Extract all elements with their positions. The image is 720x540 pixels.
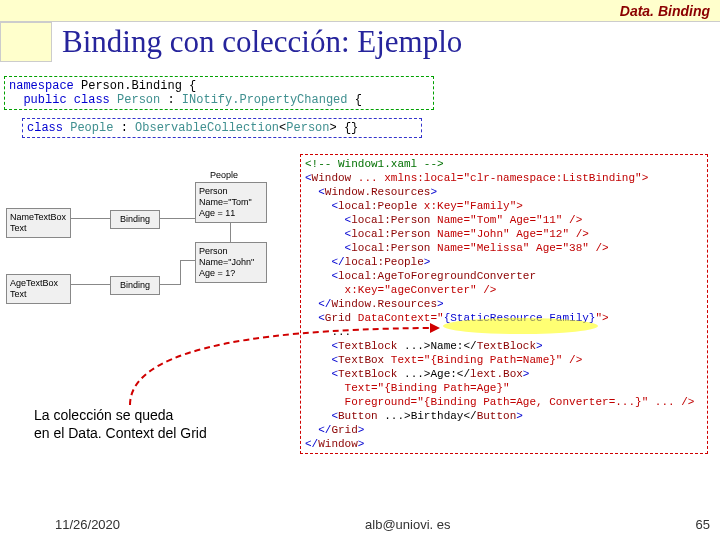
diagram-person2: Person Name="John" Age = 1? bbox=[195, 242, 267, 283]
breadcrumb: Data. Binding bbox=[620, 3, 710, 19]
footer: 11/26/2020 alb@uniovi. es 65 bbox=[0, 517, 720, 532]
diagram-line bbox=[230, 222, 231, 242]
code-people-class-box: class People : ObservableCollection<Pers… bbox=[22, 118, 422, 138]
footer-date: 11/26/2020 bbox=[55, 517, 120, 532]
content-area: namespace Person.Binding { public class … bbox=[0, 70, 720, 510]
caption-text: La colección se queda en el Data. Contex… bbox=[34, 406, 207, 442]
title-row: Binding con colección: Ejemplo bbox=[0, 22, 720, 70]
header-bar: Data. Binding bbox=[0, 0, 720, 22]
diagram-agetextbox: AgeTextBox Text bbox=[6, 274, 71, 304]
diagram-nametextbox: NameTextBox Text bbox=[6, 208, 71, 238]
main-title: Binding con colección: Ejemplo bbox=[52, 22, 462, 60]
arrow-head-icon bbox=[430, 323, 440, 333]
diagram-binding1: Binding bbox=[110, 210, 160, 229]
diagram-line bbox=[71, 284, 110, 285]
footer-email: alb@uniovi. es bbox=[365, 517, 450, 532]
diagram-line bbox=[71, 218, 110, 219]
diagram-person1: Person Name="Tom" Age = 11 bbox=[195, 182, 267, 223]
diagram-line bbox=[160, 284, 180, 285]
diagram-line bbox=[180, 260, 181, 285]
diagram-people-label: People bbox=[210, 170, 238, 180]
diagram-line bbox=[180, 260, 195, 261]
footer-page: 65 bbox=[696, 517, 710, 532]
code-xaml-box: <!-- Window1.xaml --> <Window ... xmlns:… bbox=[300, 154, 708, 454]
diagram-binding2: Binding bbox=[110, 276, 160, 295]
highlight-oval bbox=[443, 318, 598, 334]
code-namespace-box: namespace Person.Binding { public class … bbox=[4, 76, 434, 110]
diagram-line bbox=[160, 218, 195, 219]
title-accent-block bbox=[0, 22, 52, 62]
